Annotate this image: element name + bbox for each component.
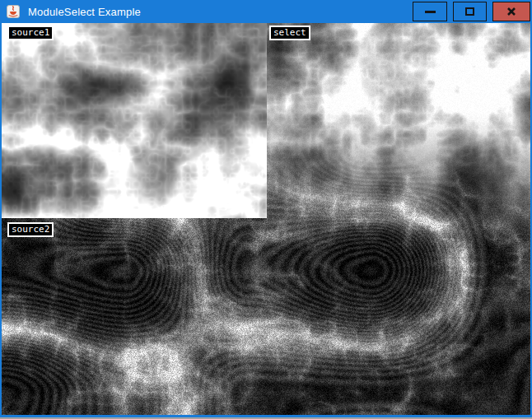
- label-source2: source2: [7, 222, 54, 237]
- label-select: select: [269, 26, 310, 40]
- close-button[interactable]: [492, 2, 530, 21]
- window-title: ModuleSelect Example: [28, 6, 141, 18]
- window-controls: [413, 2, 530, 21]
- app-window: ModuleSelect Example source1 select sour…: [0, 0, 532, 419]
- java-coffee-icon: [7, 5, 20, 18]
- maximize-button[interactable]: [453, 2, 487, 21]
- minimize-button[interactable]: [413, 2, 447, 21]
- noise-composite-canvas: [2, 23, 530, 415]
- label-source1: source1: [7, 26, 54, 40]
- maximize-icon: [465, 7, 474, 16]
- minimize-icon: [425, 11, 436, 13]
- close-icon: [506, 7, 516, 16]
- noise-viewport: source1 select source2: [2, 23, 530, 415]
- titlebar[interactable]: ModuleSelect Example: [0, 0, 532, 23]
